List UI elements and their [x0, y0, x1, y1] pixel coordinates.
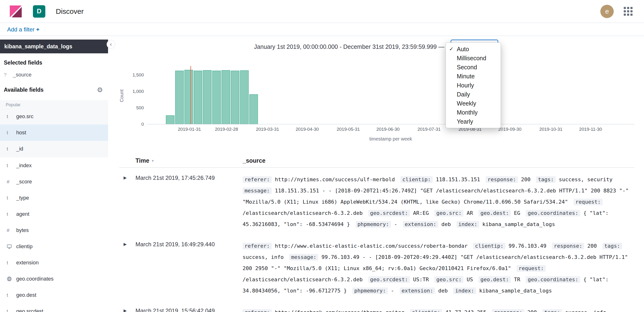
sidebar-field-geo-src[interactable]: tgeo.src	[0, 108, 108, 125]
interval-option-second[interactable]: Second	[446, 63, 501, 72]
x-axis-tick-label: 2019-11-30	[579, 127, 602, 132]
ip-field-icon	[7, 244, 14, 249]
sidebar-field-extension[interactable]: textension	[0, 255, 108, 271]
source-field-value: /elasticsearch/elasticsearch-6.3.2.deb	[242, 277, 362, 283]
source-field-name: geo.dest:	[478, 210, 511, 216]
expand-document-icon[interactable]: ▶	[119, 240, 136, 296]
sidebar-field-geo-dest[interactable]: tgeo.dest	[0, 287, 108, 303]
collapse-sidebar-button[interactable]: ‹	[106, 40, 115, 49]
source-field-name: index:	[456, 221, 479, 228]
sidebar-field-geo-coordinates[interactable]: geo.coordinates	[0, 271, 108, 287]
x-axis-tick-label: 2019-09-30	[498, 127, 522, 132]
interval-option-yearly[interactable]: Yearly	[446, 117, 501, 126]
index-pattern-selector[interactable]: kibana_sample_data_logs	[0, 39, 108, 53]
histogram-bar[interactable]	[240, 70, 248, 124]
apps-menu-icon[interactable]	[624, 7, 632, 16]
sidebar-field-source[interactable]: ? _source	[0, 72, 108, 78]
field-label: _id	[16, 146, 23, 152]
histogram-chart: 05001,0001,5002019-01-312019-02-282019-0…	[108, 36, 644, 148]
selected-fields-heading: Selected fields	[4, 60, 104, 66]
interval-option-label: Millisecond	[457, 55, 486, 62]
field-label: geo.dest	[16, 292, 36, 298]
sidebar-field-clientip[interactable]: clientip	[0, 238, 108, 255]
source-field-value: /elasticsearch/elasticsearch-6.3.2.deb	[242, 210, 362, 216]
source-field-value: kibana_sample_data_logs	[479, 288, 552, 294]
source-field-value: 118.151.35.151	[436, 176, 480, 182]
source-field-name: geo.srcdest:	[368, 210, 410, 216]
time-header-label: Time	[136, 157, 149, 164]
sidebar-field--index[interactable]: t_index	[0, 157, 108, 174]
sidebar-field-geo-srcdest[interactable]: tgeo.srcdest	[0, 303, 108, 312]
popular-section-label: Popular	[0, 100, 108, 108]
field-label: geo.coordinates	[16, 276, 54, 282]
documents-table: Time▼ _source ▶March 21st 2019, 17:45:26…	[119, 155, 634, 312]
source-field-name: index:	[453, 288, 476, 294]
source-field-value: 41.77.243.255	[445, 310, 486, 312]
source-field-value: kibana_sample_data_logs	[482, 221, 555, 227]
field-settings-gear-icon[interactable]: ⚙	[97, 86, 103, 94]
histogram-bar[interactable]	[175, 71, 184, 124]
expand-document-icon[interactable]: ▶	[119, 307, 136, 312]
source-field-value: AR	[466, 210, 473, 216]
string-field-icon: t	[7, 260, 14, 266]
string-field-icon: t	[7, 292, 14, 298]
field-label: geo.srcdest	[16, 308, 44, 312]
histogram-bar[interactable]	[222, 70, 230, 124]
interval-option-daily[interactable]: Daily	[446, 90, 501, 99]
sidebar-field-host[interactable]: thost	[0, 125, 108, 141]
source-field-name: geo.src:	[434, 276, 464, 283]
expand-document-icon[interactable]: ▶	[119, 174, 136, 230]
source-field-name: extension:	[403, 221, 438, 228]
field-label: bytes	[16, 227, 29, 233]
sidebar-field-bytes[interactable]: #bytes	[0, 222, 108, 238]
source-field-name: phpmemory:	[352, 288, 388, 294]
histogram-bar[interactable]	[250, 95, 258, 124]
string-field-icon: t	[7, 195, 14, 201]
add-filter-button[interactable]: Add a filter +	[7, 26, 39, 33]
histogram-bar[interactable]	[194, 71, 202, 124]
source-field-name: message:	[289, 254, 318, 261]
x-axis-tick-label: 2019-07-31	[418, 127, 440, 132]
string-field-icon: t	[7, 130, 14, 136]
interval-option-auto[interactable]: ✓Auto	[446, 44, 501, 54]
kibana-logo-icon[interactable]	[10, 5, 22, 18]
y-axis-tick-label: 1,000	[132, 89, 144, 94]
interval-option-minute[interactable]: Minute	[446, 72, 501, 81]
x-axis-tick-label: 2019-06-30	[376, 127, 400, 132]
geo-field-icon	[7, 276, 14, 282]
filter-bar: Add a filter +	[0, 23, 644, 36]
sort-descending-icon[interactable]: ▼	[151, 159, 154, 163]
histogram-bar[interactable]	[203, 70, 212, 124]
discover-main-panel: ‹ January 1st 2019, 00:00:00.000 - Decem…	[108, 36, 644, 312]
sidebar-field--id[interactable]: t_id	[0, 141, 108, 157]
document-source: referer: http://www.elastic-elastic-elas…	[242, 240, 634, 296]
time-column-header[interactable]: Time▼	[136, 157, 242, 164]
sidebar-field--score[interactable]: #_score	[0, 174, 108, 190]
interval-option-monthly[interactable]: Monthly	[446, 108, 501, 117]
user-avatar[interactable]: e	[600, 5, 614, 18]
source-field-name: referer:	[242, 309, 272, 312]
sidebar-field--type[interactable]: t_type	[0, 190, 108, 206]
source-field-value: -	[394, 221, 397, 227]
histogram-bar[interactable]	[212, 71, 221, 124]
source-field-value: -	[391, 288, 394, 294]
x-axis-tick-label: 2019-10-31	[539, 127, 562, 132]
source-field-name: geo.dest:	[478, 276, 511, 283]
x-axis-tick-label: 2019-02-28	[215, 127, 238, 132]
interval-option-weekly[interactable]: Weekly	[446, 99, 501, 108]
space-avatar[interactable]: D	[33, 5, 45, 18]
histogram-bar[interactable]	[166, 116, 174, 124]
y-axis-tick-label: 0	[141, 122, 144, 127]
field-label: geo.src	[16, 113, 34, 120]
field-label: clientip	[16, 243, 32, 250]
field-label: host	[16, 130, 26, 136]
interval-option-millisecond[interactable]: Millisecond	[446, 54, 501, 63]
source-field-value: 118.151.35.151 - - [2018-09-20T21:45:26.…	[242, 188, 629, 205]
interval-option-hourly[interactable]: Hourly	[446, 81, 501, 90]
sidebar-field-agent[interactable]: tagent	[0, 206, 108, 222]
x-axis-tick-label: 2019-04-30	[296, 127, 319, 132]
histogram-bar[interactable]	[184, 70, 193, 124]
source-field-value: 200	[527, 310, 537, 312]
histogram-bar[interactable]	[231, 71, 239, 124]
document-row: ▶March 21st 2019, 16:49:29.440referer: h…	[119, 234, 634, 301]
